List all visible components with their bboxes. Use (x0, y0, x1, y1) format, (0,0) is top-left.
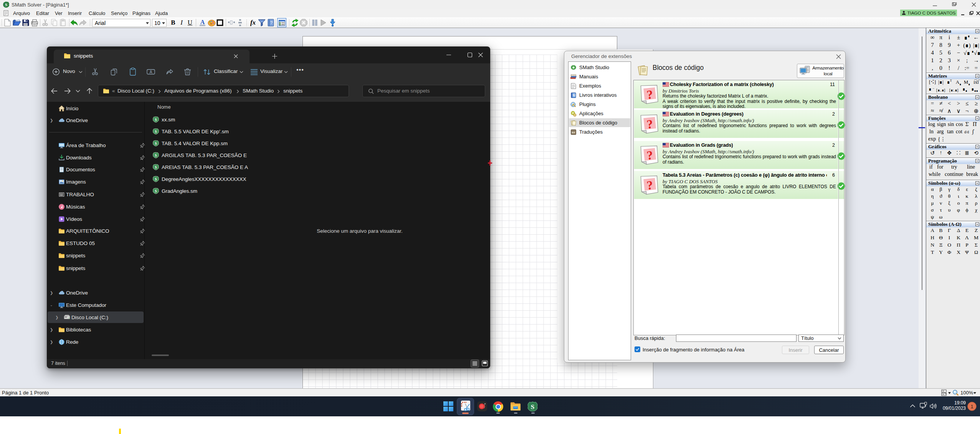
svg-text:?: ? (270, 20, 272, 25)
svg-text:A: A (200, 19, 205, 25)
svg-text:A: A (150, 70, 152, 74)
svg-text:S: S (155, 118, 157, 122)
svg-text:S: S (5, 2, 7, 7)
svg-text:S: S (155, 142, 157, 146)
svg-text:?: ? (573, 94, 575, 96)
svg-text:S: S (531, 403, 534, 411)
svg-text:S: S (155, 177, 157, 181)
svg-text:S: S (155, 130, 157, 134)
svg-text:S: S (155, 166, 157, 169)
svg-text:ax: ax (572, 131, 575, 134)
svg-text:S: S (155, 189, 157, 193)
svg-text:S: S (155, 154, 157, 157)
